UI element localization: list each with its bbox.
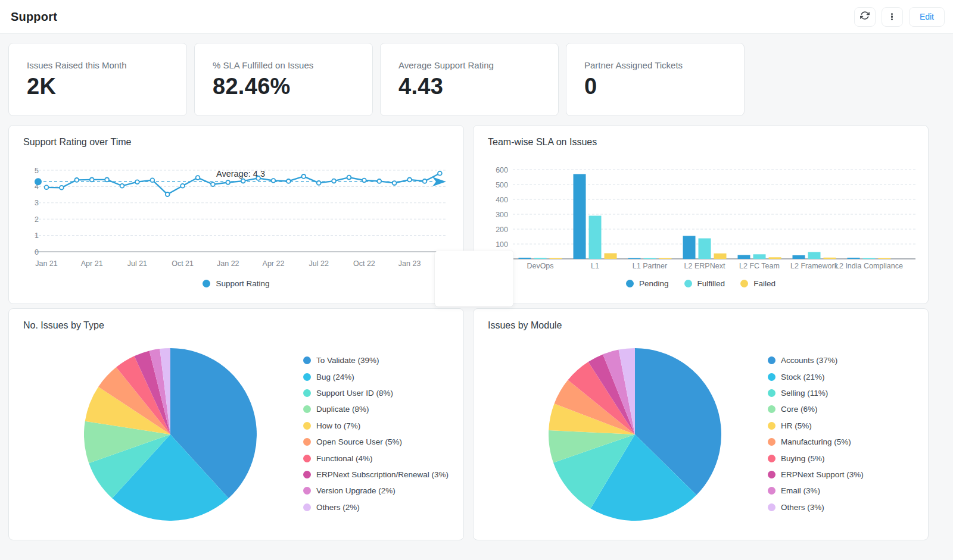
- edit-button[interactable]: Edit: [909, 7, 945, 27]
- refresh-button[interactable]: [854, 7, 876, 27]
- legend-dot: [203, 280, 210, 287]
- svg-text:L2 ERPNext: L2 ERPNext: [684, 262, 725, 270]
- svg-text:Apr 22: Apr 22: [263, 259, 285, 268]
- svg-text:3: 3: [35, 199, 39, 207]
- legend-label: Manufacturing (5%): [781, 437, 851, 446]
- legend-item: Selling (11%): [768, 385, 828, 401]
- legend-item: Email (3%): [768, 483, 820, 499]
- legend-dot: [768, 471, 776, 478]
- bar-chart: 100200300400500600DevOpsL1L1 PartnerL2 E…: [474, 155, 929, 280]
- legend-label: Bug (24%): [316, 373, 354, 381]
- legend-label: Pending: [639, 279, 669, 288]
- chart-legend: Support Rating: [9, 279, 463, 288]
- pie-legend: Accounts (37%)Stock (21%)Selling (11%)Co…: [768, 352, 864, 515]
- legend-label: Support User ID (8%): [316, 389, 393, 398]
- menu-button[interactable]: [882, 7, 903, 27]
- number-card-average-rating[interactable]: Average Support Rating 4.43: [380, 43, 559, 116]
- chart-title: No. Issues by Type: [23, 320, 104, 331]
- svg-text:400: 400: [496, 196, 508, 204]
- legend-dot: [768, 356, 776, 364]
- svg-text:Jul 22: Jul 22: [309, 259, 329, 268]
- legend-item: Version Upgrade (2%): [303, 483, 395, 499]
- svg-text:500: 500: [496, 181, 508, 189]
- legend-dot: [303, 471, 311, 478]
- kebab-menu-icon: [891, 12, 893, 21]
- legend-dot: [303, 422, 311, 430]
- page-title: Support: [11, 10, 57, 24]
- legend-dot: [684, 280, 692, 287]
- svg-text:Apr 21: Apr 21: [81, 259, 103, 268]
- legend-item: Failed: [740, 279, 776, 288]
- support-rating-chart-card: Support Rating over Time 012345Jan 21Apr…: [8, 125, 464, 304]
- legend-label: ERPNext Support (3%): [781, 470, 864, 479]
- navbar-actions: Edit: [854, 7, 945, 27]
- legend-dot: [303, 356, 311, 364]
- legend-item: Functional (4%): [303, 450, 373, 466]
- refresh-icon: [860, 11, 870, 23]
- svg-text:2: 2: [35, 215, 39, 224]
- pie-chart: [549, 348, 721, 521]
- legend-item: Support User ID (8%): [303, 385, 393, 401]
- legend-label: Version Upgrade (2%): [316, 486, 395, 495]
- svg-text:5: 5: [35, 167, 39, 175]
- svg-text:300: 300: [496, 211, 508, 219]
- legend-label: Others (3%): [781, 503, 824, 512]
- card-value: 4.43: [398, 74, 546, 99]
- legend-dot: [768, 503, 776, 511]
- legend-item: HR (5%): [768, 418, 812, 434]
- svg-text:600: 600: [496, 166, 508, 174]
- svg-text:Jan 23: Jan 23: [398, 259, 421, 268]
- legend-item: Accounts (37%): [768, 352, 837, 368]
- card-value: 82.46%: [213, 74, 360, 99]
- legend-item: Pending: [626, 279, 669, 288]
- legend-label: Duplicate (8%): [316, 405, 369, 414]
- svg-text:Jul 21: Jul 21: [127, 259, 147, 268]
- legend-item: Bug (24%): [303, 368, 354, 384]
- legend-dot: [303, 373, 311, 381]
- legend-dot: [768, 438, 776, 446]
- legend-item: ERPNext Support (3%): [768, 467, 864, 483]
- legend-item: Support Rating: [203, 279, 269, 288]
- svg-text:200: 200: [496, 226, 508, 234]
- svg-text:L1: L1: [591, 262, 599, 270]
- svg-text:0: 0: [35, 248, 39, 256]
- svg-text:Jan 22: Jan 22: [217, 259, 239, 268]
- legend-label: HR (5%): [781, 421, 812, 430]
- card-label: Issues Raised this Month: [27, 60, 175, 70]
- svg-text:L2 FC Team: L2 FC Team: [739, 262, 780, 270]
- legend-label: Accounts (37%): [781, 356, 837, 365]
- svg-text:L2 India Compliance: L2 India Compliance: [835, 262, 903, 270]
- legend-item: Others (2%): [303, 499, 360, 515]
- team-sla-chart-card: Team-wise SLA on Issues 1002003004005006…: [473, 125, 929, 304]
- legend-dot: [303, 405, 311, 413]
- legend-item: Duplicate (8%): [303, 401, 369, 417]
- number-card-sla-fulfilled[interactable]: % SLA Fulfilled on Issues 82.46%: [194, 43, 373, 116]
- legend-label: Buying (5%): [781, 454, 825, 463]
- legend-label: Fulfilled: [697, 279, 725, 288]
- legend-item: ERPNext Subscription/Renewal (3%): [303, 467, 449, 483]
- legend-label: To Validate (39%): [316, 356, 379, 365]
- svg-text:1: 1: [35, 231, 39, 240]
- legend-item: Fulfilled: [684, 279, 725, 288]
- issues-by-module-card: Issues by Module Accounts (37%)Stock (21…: [473, 308, 929, 540]
- legend-dot: [303, 389, 311, 397]
- legend-label: Stock (21%): [781, 373, 825, 381]
- svg-text:Oct 21: Oct 21: [172, 259, 194, 268]
- legend-item: Stock (21%): [768, 368, 825, 384]
- number-card-partner-tickets[interactable]: Partner Assigned Tickets 0: [566, 43, 745, 116]
- svg-text:Oct 22: Oct 22: [353, 259, 375, 268]
- legend-label: Core (6%): [781, 405, 818, 414]
- card-label: Average Support Rating: [398, 60, 546, 70]
- legend-label: Selling (11%): [781, 389, 828, 398]
- legend-dot: [303, 487, 311, 495]
- number-card-issues-raised[interactable]: Issues Raised this Month 2K: [8, 43, 187, 116]
- chart-title: Team-wise SLA on Issues: [488, 137, 597, 148]
- legend-item: To Validate (39%): [303, 352, 379, 368]
- legend-label: Open Source User (5%): [316, 437, 402, 446]
- legend-item: Core (6%): [768, 401, 818, 417]
- legend-label: Functional (4%): [316, 454, 373, 463]
- legend-dot: [768, 389, 776, 397]
- legend-label: How to (7%): [316, 421, 360, 430]
- legend-item: How to (7%): [303, 418, 360, 434]
- legend-dot: [768, 373, 776, 381]
